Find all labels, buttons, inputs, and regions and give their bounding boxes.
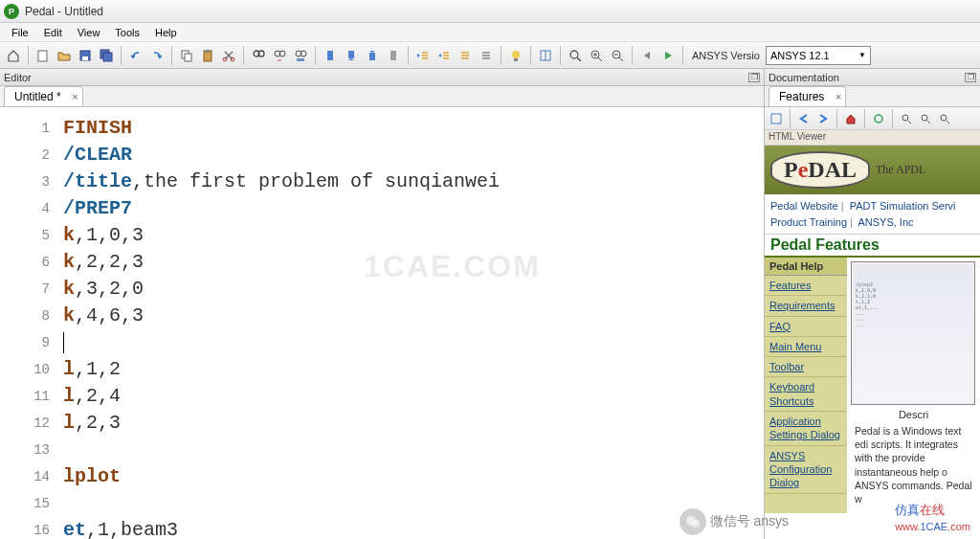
svg-line-35 [908,121,911,124]
link-pedal-website[interactable]: Pedal Website [770,200,838,212]
menu-view[interactable]: View [70,25,108,40]
uncomment-icon[interactable] [477,46,496,65]
editor-pane-title: Editor [4,72,32,83]
comment-icon[interactable] [456,46,475,65]
svg-point-36 [922,115,927,121]
doc-links: Pedal Website| PADT Simulation Servi Pro… [765,194,980,235]
features-title: Pedal Features [765,235,980,258]
run-prev-icon[interactable] [637,46,657,65]
nav-features[interactable]: Features [765,276,847,296]
restore-icon[interactable]: ❐ [965,73,976,82]
version-combo[interactable]: ANSYS 12.1 ▼ [766,46,871,65]
code-editor[interactable]: 1234567891011121314151617 FINISH/CLEAR/t… [0,107,764,539]
chevron-down-icon: ▼ [858,51,866,59]
svg-rect-18 [327,51,333,60]
cut-icon[interactable] [219,46,238,65]
editor-tab-label: Untitled * [14,90,61,103]
svg-line-39 [947,121,949,124]
window-titlebar: P Pedal - Untitled [0,0,980,23]
nav-ansys-config[interactable]: ANSYS Configuration Dialog [765,446,847,494]
open-icon[interactable] [55,46,74,65]
forward-icon[interactable] [814,110,832,127]
find-icon[interactable] [249,46,268,65]
nav-faq[interactable]: FAQ [765,317,847,337]
menu-help[interactable]: Help [147,25,185,40]
nav-header: Pedal Help [765,258,847,276]
svg-rect-4 [103,53,112,61]
desc-title: Descri [851,409,976,420]
svg-rect-8 [206,50,210,53]
link-training[interactable]: Product Training [770,216,847,228]
bookmark-prev-icon[interactable] [342,46,361,65]
bookmark-next-icon[interactable] [363,46,382,65]
save-all-icon[interactable] [97,46,116,65]
close-icon[interactable]: × [72,91,78,102]
features-nav: Pedal Help Features Requirements FAQ Mai… [765,258,847,513]
doc-zoom-out-icon[interactable] [936,110,953,127]
restore-icon[interactable]: ❐ [748,73,760,82]
link-padt[interactable]: PADT Simulation Servi [850,200,956,212]
svg-rect-32 [771,114,781,124]
doc-zoom-icon[interactable] [898,110,915,127]
svg-line-29 [598,57,602,61]
zoom-out-icon[interactable] [608,46,627,65]
svg-rect-21 [390,51,396,60]
nav-requirements[interactable]: Requirements [765,296,847,316]
desc-text: Pedal is a Windows text edi scripts. It … [851,420,976,509]
doc-home-icon[interactable] [768,110,785,127]
new-icon[interactable] [33,46,53,65]
undo-icon[interactable] [126,46,145,65]
nav-toolbar[interactable]: Toolbar [765,357,847,377]
doc-tabstrip: Features × [765,86,980,107]
replace-icon[interactable] [291,46,310,65]
copy-icon[interactable] [177,46,196,65]
version-label: ANSYS Versio [688,50,764,61]
close-icon[interactable]: × [835,91,841,102]
menu-edit[interactable]: Edit [36,25,70,40]
features-preview: /prep7k,1,0,0k,2,1,0l,1,2et,1,..........… [847,258,980,513]
svg-point-38 [941,115,947,121]
line-gutter: 1234567891011121314151617 [0,107,57,539]
editor-pane-header: Editor ❐ [0,69,764,86]
paste-icon[interactable] [198,46,217,65]
svg-rect-19 [348,51,354,58]
pedal-subtitle: The APDL [876,163,925,177]
svg-line-27 [577,57,581,61]
zoom-icon[interactable] [566,46,585,65]
redo-icon[interactable] [147,46,167,65]
editor-pane: Editor ❐ Untitled * × 123456789101112131… [0,69,765,539]
lightbulb-icon[interactable] [506,46,525,65]
code-area[interactable]: FINISH/CLEAR/title,the first problem of … [57,107,764,539]
run-icon[interactable] [658,46,678,65]
save-icon[interactable] [76,46,95,65]
nav-main-menu[interactable]: Main Menu [765,337,847,357]
nav-shortcuts[interactable]: Keyboard Shortcuts [765,377,847,412]
doc-tab[interactable]: Features × [768,86,846,106]
bookmark-clear-icon[interactable] [384,46,403,65]
home-icon[interactable] [4,46,23,65]
refresh-icon[interactable] [870,110,887,127]
app-icon: P [4,4,19,19]
menu-tools[interactable]: Tools [107,25,147,40]
find-next-icon[interactable] [270,46,289,65]
panel-icon[interactable] [536,46,555,65]
svg-rect-6 [185,54,191,61]
zoom-in-icon[interactable] [587,46,606,65]
svg-point-22 [512,51,520,58]
back-icon[interactable] [795,110,813,127]
svg-rect-2 [82,56,88,60]
link-ansys[interactable]: ANSYS, Inc [858,216,913,228]
svg-rect-23 [514,58,518,61]
outdent-icon[interactable] [413,46,433,65]
indent-icon[interactable] [434,46,454,65]
menu-file[interactable]: File [4,25,36,40]
svg-rect-20 [369,53,375,60]
html-viewer-label: HTML Viewer [765,130,980,146]
doc-home2-icon[interactable] [842,110,859,127]
bookmark-icon[interactable] [321,46,340,65]
doc-tab-label: Features [779,90,824,103]
main-toolbar: ANSYS Versio ANSYS 12.1 ▼ [0,42,980,69]
doc-zoom-in-icon[interactable] [917,110,934,127]
nav-app-settings[interactable]: Application Settings Dialog [765,412,847,446]
editor-tab[interactable]: Untitled * × [4,86,83,106]
